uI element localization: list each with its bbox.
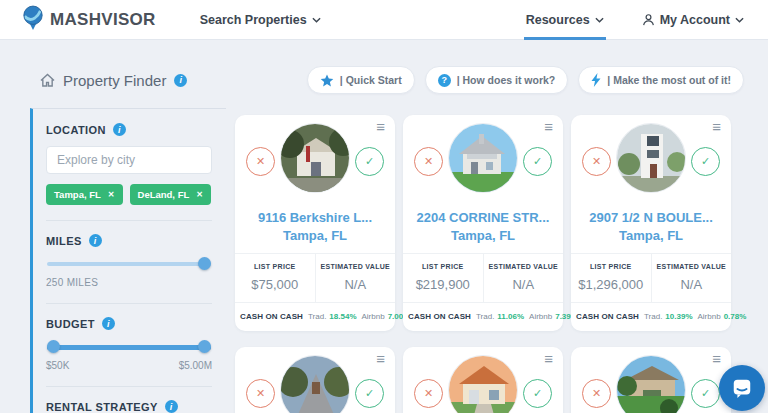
nav-search-properties[interactable]: Search Properties [198,0,323,40]
accept-property-button[interactable]: ✓ [523,379,552,408]
remove-tag-icon[interactable]: ✕ [108,190,115,199]
check-icon: ✓ [701,387,710,400]
info-icon[interactable]: i [174,74,187,87]
property-address[interactable]: 2907 1/2 N BOULE... [577,209,725,227]
property-card: ≡ ✕ ✓ [403,347,563,413]
reject-property-button[interactable]: ✕ [246,147,275,176]
budget-max-handle[interactable] [198,340,211,353]
cash-on-cash-label: CASH ON CASH [576,312,639,321]
page-header: Property Finder i | Quick Start ? | How … [0,40,768,108]
accept-property-button[interactable]: ✓ [355,147,384,176]
divider [46,220,212,221]
property-city[interactable]: Tampa, FL [577,227,725,245]
remove-tag-icon[interactable]: ✕ [196,190,203,199]
card-menu-icon[interactable]: ≡ [712,351,721,366]
rental-strategy-label: RENTAL STRATEGY [46,401,158,413]
card-menu-icon[interactable]: ≡ [376,351,385,366]
trad-label: Trad. [308,312,326,321]
reject-property-button[interactable]: ✕ [414,379,443,408]
budget-min-value: $50K [46,360,69,371]
property-link[interactable]: 9116 Berkshire L... Tampa, FL [235,209,395,244]
airbnb-label: Airbnb [529,312,552,321]
trad-coc-value: 18.54% [329,312,356,321]
property-address[interactable]: 2204 CORRINE STR... [409,209,557,227]
quick-start-button[interactable]: | Quick Start [307,66,415,94]
property-photo[interactable] [616,355,686,413]
miles-label: MILES [46,235,82,247]
estimated-value-label: ESTIMATED VALUE [486,263,562,270]
mashvisor-pin-icon [22,5,44,35]
close-icon: ✕ [592,387,601,400]
property-address[interactable]: 9116 Berkshire L... [241,209,389,227]
close-icon: ✕ [256,155,265,168]
card-menu-icon[interactable]: ≡ [544,119,553,134]
property-photo[interactable] [616,123,686,193]
property-link[interactable]: 2907 1/2 N BOULE... Tampa, FL [571,209,731,244]
chevron-down-icon [595,17,604,23]
budget-slider-track[interactable] [47,345,211,350]
property-photo[interactable] [280,123,350,193]
budget-slider[interactable] [47,340,211,354]
card-menu-icon[interactable]: ≡ [712,119,721,134]
budget-min-handle[interactable] [47,340,60,353]
quick-start-label: | Quick Start [340,74,402,86]
make-the-most-button[interactable]: | Make the most out of it! [578,66,744,94]
airbnb-label: Airbnb [362,312,385,321]
user-icon [642,13,655,26]
miles-slider-track[interactable] [47,262,211,266]
miles-slider-handle[interactable] [198,257,211,270]
trad-label: Trad. [644,312,662,321]
reject-property-button[interactable]: ✕ [582,147,611,176]
accept-property-button[interactable]: ✓ [691,147,720,176]
filters-sidebar: LOCATION i Tampa, FL ✕ DeLand, FL ✕ MILE… [30,108,226,413]
close-icon: ✕ [592,155,601,168]
list-price-value: $219,900 [405,277,481,292]
explore-by-city-input[interactable] [46,146,212,174]
nav-my-account[interactable]: My Account [640,0,746,40]
property-photo[interactable] [280,355,350,413]
property-cards-grid: ≡ ✕ ✓ 9116 Berkshire L... Tampa, FL LIST… [235,108,731,413]
property-card: ≡ ✕ ✓ [235,347,395,413]
home-icon[interactable] [40,73,55,87]
nav-resources[interactable]: Resources [524,0,606,40]
mashvisor-logo[interactable]: MASHVISOR [22,5,156,35]
accept-property-button[interactable]: ✓ [355,379,384,408]
card-menu-icon[interactable]: ≡ [544,351,553,366]
info-icon[interactable]: i [165,400,178,413]
card-menu-icon[interactable]: ≡ [376,119,385,134]
how-does-it-work-label: | How does it work? [457,74,556,86]
accept-property-button[interactable]: ✓ [691,379,720,408]
miles-slider[interactable] [47,257,211,271]
star-icon [320,74,334,87]
property-photo[interactable] [448,355,518,413]
trad-coc-value: 10.39% [665,312,692,321]
accept-property-button[interactable]: ✓ [523,147,552,176]
intercom-chat-button[interactable] [719,365,765,411]
property-city[interactable]: Tampa, FL [409,227,557,245]
property-photo[interactable] [448,123,518,193]
divider [46,303,212,304]
nav-search-properties-label: Search Properties [200,13,307,27]
property-city[interactable]: Tampa, FL [241,227,389,245]
location-tag-deland[interactable]: DeLand, FL ✕ [130,184,211,205]
chat-icon [731,377,753,399]
reject-property-button[interactable]: ✕ [246,379,275,408]
property-link[interactable]: 2204 CORRINE STR... Tampa, FL [403,209,563,244]
reject-property-button[interactable]: ✕ [414,147,443,176]
brand-wordmark: MASHVISOR [50,10,156,30]
how-does-it-work-button[interactable]: ? | How does it work? [425,66,569,94]
location-tag-tampa[interactable]: Tampa, FL ✕ [46,184,123,205]
cash-on-cash-label: CASH ON CASH [240,312,303,321]
check-icon: ✓ [533,155,542,168]
check-icon: ✓ [365,155,374,168]
reject-property-button[interactable]: ✕ [582,379,611,408]
check-icon: ✓ [701,155,710,168]
info-icon[interactable]: i [113,123,126,136]
estimated-value: N/A [486,277,562,292]
info-icon[interactable]: i [102,317,115,330]
budget-max-value: $5.00M [179,360,212,371]
list-price-label: LIST PRICE [237,263,313,270]
location-label: LOCATION [46,124,106,136]
content: LOCATION i Tampa, FL ✕ DeLand, FL ✕ MILE… [0,108,768,413]
info-icon[interactable]: i [89,234,102,247]
